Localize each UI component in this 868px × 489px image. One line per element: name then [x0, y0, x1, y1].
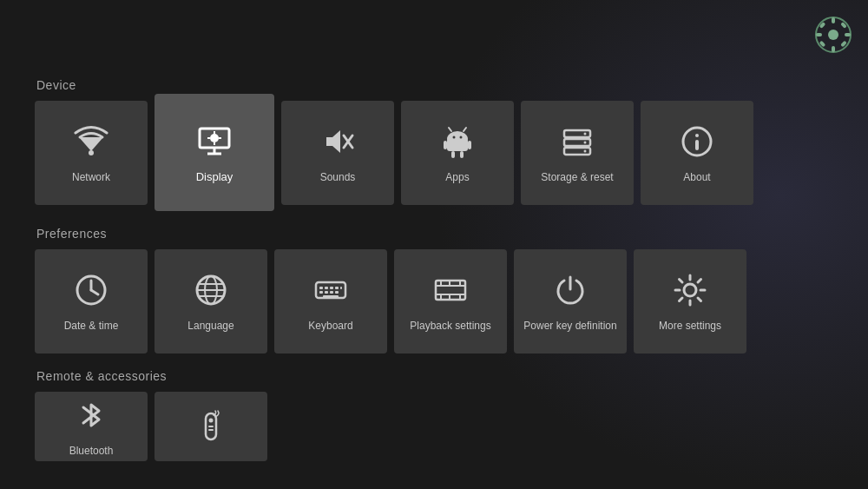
more-settings-label: More settings: [659, 320, 721, 334]
remote-section: Remote & accessories Bluetooth: [35, 369, 833, 461]
svg-rect-60: [323, 295, 339, 298]
svg-marker-10: [79, 137, 103, 151]
svg-rect-55: [340, 287, 342, 289]
datetime-label: Date & time: [64, 320, 119, 334]
power-icon: [549, 269, 591, 311]
playback-label: Playback settings: [410, 320, 490, 334]
remote-icon: [190, 406, 232, 447]
svg-rect-4: [816, 33, 822, 36]
svg-point-25: [453, 136, 456, 139]
svg-rect-83: [208, 429, 214, 431]
svg-rect-41: [695, 140, 699, 150]
wifi-icon: [70, 121, 112, 162]
tile-keyboard[interactable]: Keyboard: [274, 249, 387, 354]
svg-line-79: [680, 298, 683, 301]
svg-rect-29: [444, 141, 447, 149]
tile-apps[interactable]: Apps: [401, 101, 514, 205]
tile-language[interactable]: Language: [155, 249, 267, 354]
svg-line-44: [91, 290, 98, 294]
svg-rect-5: [845, 33, 851, 36]
storage-icon: [556, 121, 598, 162]
preferences-tiles-row: Date & time Language: [35, 249, 833, 354]
svg-line-78: [698, 280, 701, 283]
tile-bluetooth[interactable]: Bluetooth: [35, 392, 148, 461]
svg-point-71: [684, 284, 696, 296]
svg-rect-52: [325, 287, 328, 289]
svg-point-1: [828, 30, 838, 40]
keyboard-icon: [310, 269, 352, 311]
svg-point-15: [210, 134, 219, 142]
device-section: Device Network: [35, 78, 833, 211]
svg-rect-2: [832, 17, 835, 23]
clock-icon: [70, 269, 112, 311]
svg-point-40: [695, 134, 699, 137]
tile-storage[interactable]: Storage & reset: [521, 101, 634, 205]
svg-rect-30: [468, 141, 471, 149]
svg-rect-58: [330, 291, 333, 294]
svg-line-77: [698, 298, 701, 301]
language-label: Language: [187, 320, 233, 334]
svg-rect-82: [208, 426, 214, 427]
svg-point-11: [89, 150, 94, 155]
sounds-label: Sounds: [320, 171, 356, 185]
svg-rect-59: [335, 291, 339, 294]
about-label: About: [683, 171, 710, 185]
svg-rect-3: [832, 46, 835, 52]
android-icon: [437, 121, 478, 162]
svg-point-38: [584, 150, 587, 153]
tile-remote[interactable]: Remote: [155, 392, 267, 461]
svg-line-76: [680, 280, 683, 283]
svg-rect-24: [447, 139, 468, 151]
film-icon: [430, 269, 471, 311]
device-tiles-row: Network Displ: [35, 101, 833, 211]
more-settings-gear-icon: [669, 269, 711, 311]
tile-playback[interactable]: Playback settings: [394, 249, 507, 354]
svg-rect-57: [325, 291, 328, 294]
apps-label: Apps: [445, 171, 469, 185]
tile-sounds[interactable]: Sounds: [281, 101, 394, 205]
svg-rect-56: [319, 291, 323, 294]
display-icon: [194, 120, 235, 162]
tile-network[interactable]: Network: [35, 101, 148, 205]
preferences-section: Preferences Date & time: [35, 227, 833, 354]
storage-label: Storage & reset: [541, 171, 613, 185]
svg-rect-51: [319, 287, 323, 289]
svg-line-27: [449, 128, 451, 131]
svg-rect-53: [330, 287, 333, 289]
svg-point-36: [584, 133, 587, 135]
svg-point-81: [209, 419, 214, 423]
powerkey-label: Power key definition: [523, 320, 616, 334]
svg-marker-20: [326, 130, 340, 153]
svg-point-37: [584, 142, 587, 144]
bluetooth-label: Bluetooth: [69, 445, 114, 459]
preferences-label: Preferences: [35, 227, 833, 241]
network-label: Network: [72, 171, 110, 185]
display-label: Display: [196, 170, 233, 185]
mute-icon: [317, 121, 358, 162]
keyboard-label: Keyboard: [308, 320, 352, 334]
svg-rect-31: [451, 151, 455, 158]
tile-powerkey[interactable]: Power key definition: [514, 249, 627, 354]
svg-line-28: [464, 128, 466, 131]
tile-about[interactable]: About: [641, 101, 753, 205]
globe-icon: [190, 269, 232, 311]
tile-more-settings[interactable]: More settings: [634, 249, 746, 354]
remote-tiles-row: Bluetooth Remote: [35, 392, 833, 461]
remote-label: Remote & accessories: [35, 369, 833, 383]
tile-display[interactable]: Display: [155, 94, 274, 211]
device-label: Device: [35, 78, 833, 92]
bluetooth-icon: [70, 394, 112, 436]
svg-rect-32: [460, 151, 464, 158]
svg-point-26: [460, 136, 463, 139]
info-icon: [676, 121, 718, 162]
settings-gear-icon[interactable]: [814, 16, 852, 54]
tile-datetime[interactable]: Date & time: [35, 249, 148, 354]
svg-rect-54: [335, 287, 339, 289]
